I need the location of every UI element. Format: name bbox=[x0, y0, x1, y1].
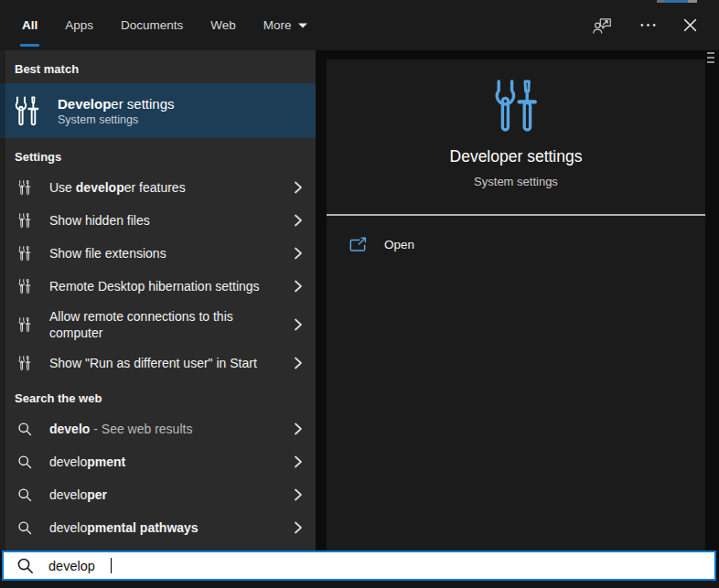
settings-item-label: Show file extensions bbox=[49, 245, 276, 262]
chevron-right-icon bbox=[294, 520, 303, 535]
settings-item-remote-desktop-hibernation[interactable]: Remote Desktop hibernation settings bbox=[0, 270, 316, 303]
developer-settings-icon bbox=[15, 245, 35, 262]
close-icon[interactable] bbox=[683, 18, 697, 32]
taskbar-edge bbox=[0, 581, 719, 588]
preview-subtitle: System settings bbox=[474, 175, 558, 188]
search-filter-bar: All Apps Documents Web More bbox=[0, 0, 719, 50]
preview-card: Developer settings System settings Open bbox=[327, 59, 705, 551]
ellipsis-icon[interactable] bbox=[640, 23, 656, 27]
background-window-sliver bbox=[657, 0, 697, 3]
section-header-best-match: Best match bbox=[0, 50, 316, 83]
tab-more-label: More bbox=[263, 18, 292, 32]
web-suggestion-development[interactable]: development bbox=[0, 445, 316, 478]
developer-settings-icon bbox=[15, 94, 39, 127]
developer-settings-icon bbox=[15, 179, 35, 196]
open-icon bbox=[349, 237, 368, 253]
tab-all[interactable]: All bbox=[22, 0, 38, 50]
search-icon bbox=[15, 487, 35, 502]
tab-apps-label: Apps bbox=[65, 18, 93, 32]
chevron-right-icon bbox=[294, 422, 303, 436]
chevron-right-icon bbox=[294, 317, 303, 332]
filter-tabs: All Apps Documents Web More bbox=[0, 0, 307, 50]
settings-item-show-file-extensions[interactable]: Show file extensions bbox=[0, 237, 316, 270]
chevron-right-icon bbox=[294, 356, 303, 370]
web-suggestion-label: developer bbox=[49, 486, 276, 503]
section-header-search-the-web: Search the web bbox=[0, 380, 316, 412]
text-caret bbox=[111, 558, 113, 573]
settings-item-label: Allow remote connections to this compute… bbox=[49, 308, 262, 341]
settings-item-label: Remote Desktop hibernation settings bbox=[49, 278, 276, 294]
search-icon bbox=[15, 422, 35, 436]
settings-item-show-run-as-different-user[interactable]: Show "Run as different user" in Start bbox=[0, 347, 316, 380]
chevron-right-icon bbox=[294, 180, 303, 195]
web-suggestion-label: developmental pathways bbox=[49, 519, 276, 536]
feedback-icon[interactable] bbox=[592, 16, 613, 35]
search-query-text: develop bbox=[48, 559, 95, 573]
chevron-right-icon bbox=[294, 487, 303, 502]
settings-item-allow-remote-connections[interactable]: Allow remote connections to this compute… bbox=[0, 303, 316, 347]
left-scroll-track bbox=[0, 50, 5, 551]
tab-apps[interactable]: Apps bbox=[65, 0, 93, 50]
chevron-right-icon bbox=[294, 279, 303, 294]
chevron-right-icon bbox=[294, 213, 303, 228]
developer-settings-icon bbox=[15, 278, 35, 294]
section-header-settings: Settings bbox=[0, 138, 316, 171]
settings-item-show-hidden-files[interactable]: Show hidden files bbox=[0, 204, 316, 237]
topbar-actions bbox=[592, 16, 719, 35]
developer-settings-icon bbox=[15, 355, 35, 371]
best-match-title: Developer settings bbox=[58, 96, 175, 112]
settings-item-label: Show "Run as different user" in Start bbox=[49, 355, 276, 371]
developer-settings-icon bbox=[494, 76, 538, 134]
scrollbar-thumb[interactable] bbox=[707, 52, 714, 63]
open-action-label: Open bbox=[384, 238, 414, 251]
web-suggestion-developmental-pathways[interactable]: developmental pathways bbox=[0, 511, 316, 544]
settings-item-use-developer-features[interactable]: Use developer features bbox=[0, 171, 316, 204]
settings-item-label: Use developer features bbox=[49, 179, 276, 196]
chevron-right-icon bbox=[294, 454, 303, 469]
web-suggestion-label: development bbox=[49, 454, 276, 470]
developer-settings-icon bbox=[15, 212, 35, 229]
best-match-subtitle: System settings bbox=[58, 113, 175, 126]
results-panel: Best match Developer settings System set… bbox=[0, 50, 316, 551]
search-icon bbox=[15, 454, 35, 469]
search-icon bbox=[16, 557, 34, 574]
search-icon bbox=[15, 520, 35, 535]
preview-hero: Developer settings System settings bbox=[327, 59, 705, 214]
chevron-right-icon bbox=[294, 246, 303, 261]
settings-item-label: Show hidden files bbox=[49, 212, 276, 229]
chevron-down-icon bbox=[298, 23, 307, 28]
developer-settings-icon bbox=[15, 316, 35, 333]
best-match-text: Developer settings System settings bbox=[58, 96, 175, 126]
tab-documents[interactable]: Documents bbox=[121, 0, 183, 50]
web-suggestion-see-web-results[interactable]: develo - See web results bbox=[0, 412, 316, 445]
best-match-item[interactable]: Developer settings System settings bbox=[0, 83, 316, 138]
tab-all-label: All bbox=[22, 18, 38, 32]
web-suggestion-developer[interactable]: developer bbox=[0, 478, 316, 511]
preview-panel: Developer settings System settings Open bbox=[316, 50, 719, 551]
preview-title: Developer settings bbox=[450, 147, 583, 166]
tab-documents-label: Documents bbox=[121, 18, 183, 32]
tab-more[interactable]: More bbox=[263, 0, 307, 50]
tab-web[interactable]: Web bbox=[210, 0, 236, 50]
open-action[interactable]: Open bbox=[327, 216, 705, 258]
search-input[interactable]: develop bbox=[2, 551, 716, 581]
web-suggestion-label: develo - See web results bbox=[49, 421, 276, 437]
search-flyout-window: All Apps Documents Web More bbox=[0, 0, 719, 588]
tab-web-label: Web bbox=[210, 18, 236, 32]
